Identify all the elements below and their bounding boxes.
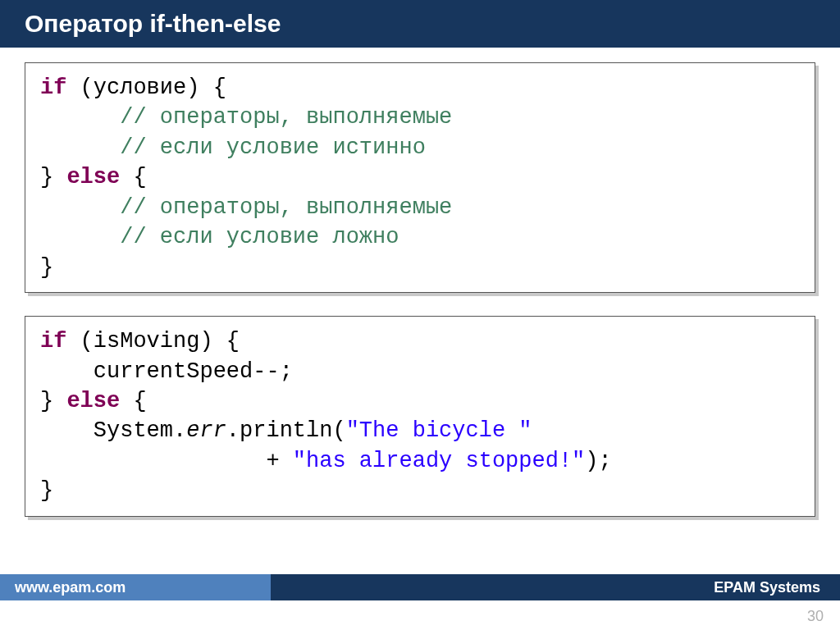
code-block-syntax: if (условие) { // операторы, выполняемые… bbox=[25, 62, 815, 293]
slide-header: Оператор if-then-else bbox=[0, 0, 840, 48]
keyword-else: else bbox=[66, 389, 120, 413]
string-literal: "The bicycle " bbox=[346, 418, 532, 443]
code-text: + bbox=[40, 449, 293, 473]
keyword-if: if bbox=[40, 329, 66, 354]
code-text: { bbox=[120, 165, 146, 189]
comment: // если условие ложно bbox=[40, 225, 399, 249]
page-number: 30 bbox=[807, 608, 824, 625]
slide-title: Оператор if-then-else bbox=[25, 10, 281, 37]
comment: // операторы, выполняемые bbox=[40, 195, 452, 220]
code-text: } bbox=[40, 478, 53, 503]
comment: // если условие истинно bbox=[40, 135, 426, 160]
code-text: (isMoving) { bbox=[66, 329, 240, 354]
code-text: System. bbox=[40, 418, 186, 443]
keyword-if: if bbox=[40, 75, 66, 100]
code-text: (условие) { bbox=[66, 75, 226, 100]
code-text: { bbox=[120, 389, 146, 413]
code-block-example: if (isMoving) { currentSpeed--; } else {… bbox=[25, 316, 815, 517]
code-text: } bbox=[40, 255, 53, 280]
code-text: .println( bbox=[226, 418, 346, 443]
keyword-else: else bbox=[66, 165, 120, 189]
footer-url: www.epam.com bbox=[0, 574, 271, 600]
code-text: } bbox=[40, 389, 66, 413]
code-text: } bbox=[40, 165, 66, 189]
slide-footer: www.epam.com EPAM Systems bbox=[0, 574, 840, 600]
identifier-err: err bbox=[186, 418, 226, 443]
string-literal: "has already stopped!" bbox=[293, 449, 585, 473]
footer-company: EPAM Systems bbox=[271, 574, 840, 600]
comment: // операторы, выполняемые bbox=[40, 105, 452, 130]
code-text: currentSpeed--; bbox=[40, 359, 293, 384]
code-text: ); bbox=[585, 449, 611, 473]
slide-content: if (условие) { // операторы, выполняемые… bbox=[0, 48, 840, 517]
